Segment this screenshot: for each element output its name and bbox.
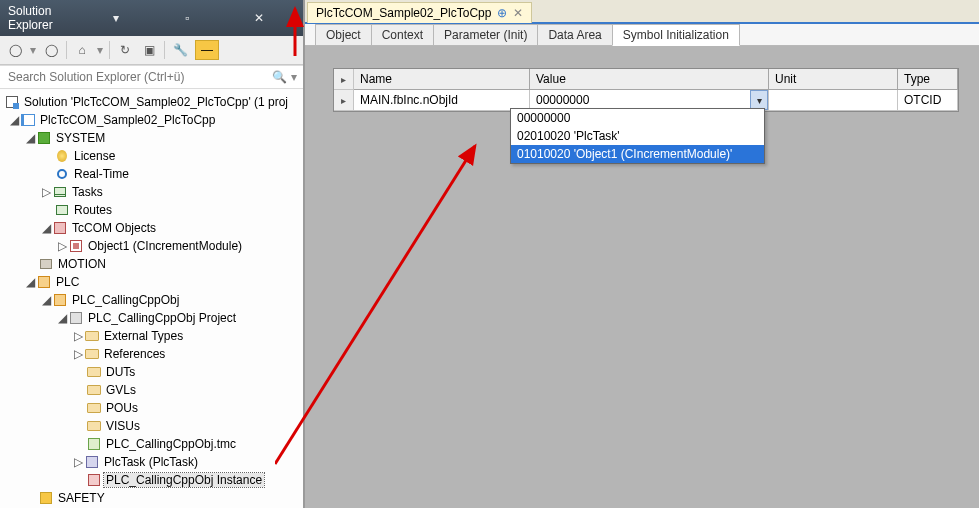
panel-title-text: Solution Explorer [8, 4, 80, 32]
panel-close-icon[interactable]: ✕ [223, 11, 295, 25]
content-area: Name Value Unit Type MAIN.fbInc.nObjId [305, 46, 979, 508]
node-gvls[interactable]: GVLs [0, 381, 303, 399]
chevron-right-icon[interactable]: ▷ [40, 185, 52, 199]
chevron-down-icon[interactable]: ◢ [24, 131, 36, 145]
node-solution[interactable]: Solution 'PlcTcCOM_Sample02_PlcToCpp' (1… [0, 93, 303, 111]
document-tab-label: PlcTcCOM_Sample02_PlcToCpp [316, 6, 491, 20]
nav-back-icon[interactable]: ◯ [6, 41, 24, 59]
dropdown-option-selected[interactable]: 01010020 'Object1 (CIncrementModule)' [511, 145, 764, 163]
document-tabstrip: PlcTcCOM_Sample02_PlcToCpp ⊕ ✕ [305, 0, 979, 24]
dropdown-option[interactable]: 02010020 'PlcTask' [511, 127, 764, 145]
node-realtime[interactable]: Real-Time [0, 165, 303, 183]
solution-tree[interactable]: Solution 'PlcTcCOM_Sample02_PlcToCpp' (1… [0, 89, 303, 508]
node-safety[interactable]: SAFETY [0, 489, 303, 507]
chevron-down-icon[interactable]: ◢ [8, 113, 20, 127]
node-tccom[interactable]: ◢TcCOM Objects [0, 219, 303, 237]
node-license[interactable]: License [0, 147, 303, 165]
chevron-right-icon[interactable]: ▷ [72, 329, 84, 343]
panel-pin-icon[interactable]: ▫ [152, 11, 224, 25]
col-name[interactable]: Name [354, 69, 530, 90]
node-routes[interactable]: Routes [0, 201, 303, 219]
node-project[interactable]: ◢PlcTcCOM_Sample02_PlcToCpp [0, 111, 303, 129]
refresh-icon[interactable]: ↻ [116, 41, 134, 59]
document-area: PlcTcCOM_Sample02_PlcToCpp ⊕ ✕ Object Co… [305, 0, 979, 508]
node-tmc[interactable]: PLC_CallingCppObj.tmc [0, 435, 303, 453]
panel-menu-icon[interactable]: ▾ [80, 11, 152, 25]
solution-toolbar: ◯ ▾ ◯ ⌂ ▾ ↻ ▣ 🔧 — [0, 36, 303, 65]
node-object1[interactable]: ▷Object1 (CIncrementModule) [0, 237, 303, 255]
row-marker-icon[interactable] [334, 90, 354, 111]
grid-header: Name Value Unit Type [334, 69, 958, 90]
tab-parameter[interactable]: Parameter (Init) [433, 24, 538, 45]
search-input[interactable] [6, 69, 272, 85]
show-all-button[interactable]: — [195, 40, 219, 60]
node-plccpp[interactable]: ◢PLC_CallingCppObj [0, 291, 303, 309]
dropdown-option[interactable]: 00000000 [511, 109, 764, 127]
tab-symbolinit[interactable]: Symbol Initialization [612, 24, 740, 46]
node-exttypes[interactable]: ▷External Types [0, 327, 303, 345]
chevron-right-icon[interactable]: ▷ [72, 455, 84, 469]
chevron-down-icon[interactable]: ◢ [24, 275, 36, 289]
inner-tabstrip: Object Context Parameter (Init) Data Are… [305, 24, 979, 46]
chevron-down-icon[interactable]: ◢ [40, 221, 52, 235]
svg-line-1 [275, 146, 475, 464]
col-type[interactable]: Type [898, 69, 958, 90]
collapse-icon[interactable]: ▣ [140, 41, 158, 59]
node-instance[interactable]: PLC_CallingCppObj Instance [0, 471, 303, 489]
chevron-right-icon[interactable]: ▷ [56, 239, 68, 253]
panel-titlebar: Solution Explorer ▾ ▫ ✕ [0, 0, 303, 36]
search-icon[interactable]: 🔍 [272, 70, 287, 84]
cell-unit[interactable] [769, 90, 898, 111]
value-dropdown[interactable]: 00000000 02010020 'PlcTask' 01010020 'Ob… [510, 108, 765, 164]
dropdown-button[interactable] [750, 90, 768, 110]
cell-type[interactable]: OTCID [898, 90, 958, 111]
col-unit[interactable]: Unit [769, 69, 898, 90]
node-tasks[interactable]: ▷Tasks [0, 183, 303, 201]
home-icon[interactable]: ⌂ [73, 41, 91, 59]
tab-object[interactable]: Object [315, 24, 372, 45]
tab-context[interactable]: Context [371, 24, 434, 45]
search-container: 🔍 ▾ [0, 65, 303, 89]
node-motion[interactable]: MOTION [0, 255, 303, 273]
node-pous[interactable]: POUs [0, 399, 303, 417]
value-input[interactable] [530, 90, 750, 110]
document-tab[interactable]: PlcTcCOM_Sample02_PlcToCpp ⊕ ✕ [307, 2, 532, 23]
arrow-annotation [275, 46, 525, 496]
chevron-down-icon[interactable]: ◢ [56, 311, 68, 325]
node-plc[interactable]: ◢PLC [0, 273, 303, 291]
chevron-right-icon[interactable]: ▷ [72, 347, 84, 361]
node-refs[interactable]: ▷References [0, 345, 303, 363]
chevron-down-icon[interactable]: ◢ [40, 293, 52, 307]
pin-icon[interactable]: ⊕ [497, 6, 507, 20]
node-plccppproj[interactable]: ◢PLC_CallingCppObj Project [0, 309, 303, 327]
node-visus[interactable]: VISUs [0, 417, 303, 435]
properties-icon[interactable]: 🔧 [171, 41, 189, 59]
search-dropdown-icon[interactable]: ▾ [291, 70, 297, 84]
close-icon[interactable]: ✕ [513, 6, 523, 20]
tab-dataarea[interactable]: Data Area [537, 24, 612, 45]
solution-explorer-panel: Solution Explorer ▾ ▫ ✕ ◯ ▾ ◯ ⌂ ▾ ↻ ▣ 🔧 … [0, 0, 305, 508]
col-value[interactable]: Value [530, 69, 769, 90]
nav-fwd-icon[interactable]: ◯ [42, 41, 60, 59]
node-system[interactable]: ◢SYSTEM [0, 129, 303, 147]
symbol-grid: Name Value Unit Type MAIN.fbInc.nObjId [333, 68, 959, 112]
cell-name[interactable]: MAIN.fbInc.nObjId [354, 90, 530, 111]
node-plctask[interactable]: ▷PlcTask (PlcTask) [0, 453, 303, 471]
node-duts[interactable]: DUTs [0, 363, 303, 381]
